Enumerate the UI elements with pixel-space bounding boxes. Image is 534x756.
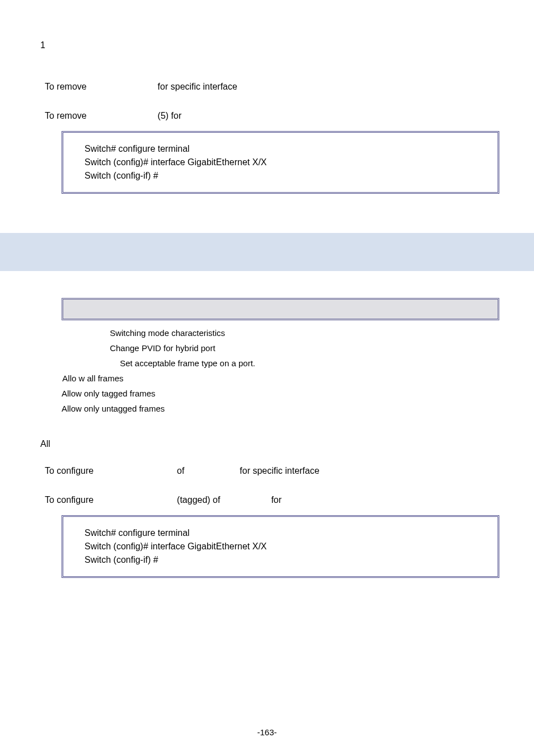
usage-line-2: To configure of for specific interface [40, 466, 494, 476]
syntax-line-2: Change PVID for hybrid port [79, 343, 494, 353]
example-line-2: To configure (tagged) of for [40, 495, 494, 505]
example2-a: To configure [45, 495, 93, 505]
code2-line3: Switch (config-if) # [85, 555, 476, 565]
syntax-line-6: Allow only untagged frames [62, 404, 494, 413]
syn4-desc: Allo w all frames [62, 374, 123, 383]
usage2-b: of [177, 466, 184, 475]
usage1-b: for specific interface [158, 82, 237, 91]
code2-line2: Switch (config)# interface GigabitEthern… [85, 542, 476, 552]
syn5-desc: Allow only tagged frames [62, 389, 156, 398]
page-number: -163- [0, 727, 534, 737]
syntax-header [62, 298, 499, 320]
code1-line2: Switch (config)# interface GigabitEthern… [85, 157, 476, 167]
example2-c: for [271, 495, 282, 505]
usage1-a: To remove [45, 82, 87, 91]
syn3-desc: Set acceptable frame type on a port. [120, 358, 255, 368]
syntax-line-1: Switching mode characteristics [79, 328, 494, 338]
code-block-1: Switch# configure terminal Switch (confi… [62, 131, 499, 194]
syntax-line-3: Set acceptable frame type on a port. [56, 358, 494, 368]
section-divider [0, 233, 534, 271]
example1-b: (5) for [158, 111, 182, 120]
usage-line-1: To remove for specific interface [40, 82, 494, 92]
example-line-1: To remove (5) for [40, 111, 494, 121]
syn1-desc: Switching mode characteristics [110, 328, 225, 338]
syn2-desc: Change PVID for hybrid port [110, 343, 215, 353]
syn6-desc: Allow only untagged frames [62, 404, 165, 413]
example1-a: To remove [45, 111, 87, 120]
usage2-c: for specific interface [240, 466, 319, 475]
usage2-a: To configure [45, 466, 93, 475]
syntax-line-5: Allow only tagged frames [62, 389, 494, 398]
syntax-line-4: Allo w all frames [56, 374, 494, 383]
code1-line1: Switch# configure terminal [85, 144, 476, 154]
top-number: 1 [40, 40, 494, 50]
code-block-2: Switch# configure terminal Switch (confi… [62, 515, 499, 578]
example2-b: (tagged) of [177, 495, 220, 505]
default-value: All [40, 439, 494, 449]
code1-line3: Switch (config-if) # [85, 171, 476, 181]
code2-line1: Switch# configure terminal [85, 528, 476, 538]
